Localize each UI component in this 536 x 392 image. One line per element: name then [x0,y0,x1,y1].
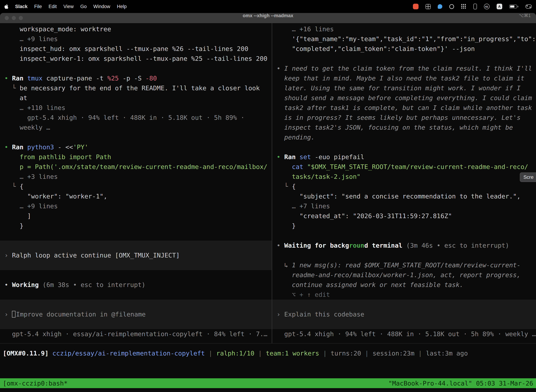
terminal-line: • Working (6m 38s • esc to interrupt) [0,280,272,290]
terminal-pane-left[interactable]: workspace_mode: worktree … +9 lines insp… [0,23,272,343]
text-segment: Ralph loop active continue [OMX_TMUX_INJ… [12,252,180,259]
terminal-line: keep that in mind. Maybe I also need the… [272,73,536,83]
terminal-line [0,231,272,241]
terminal-line: • Ran tmux capture-pane -t %25 -p -S -80 [0,73,272,83]
window-titlebar[interactable]: omx --xhigh --madmax ⌥⌘1 [0,13,536,23]
text-segment: › [277,311,284,318]
terminal-line: └ be necessary for the end of the README… [0,83,272,93]
terminal-line: "created_at": "2026-03-31T11:59:27.816Z" [272,211,536,221]
terminal-line: inspect task2's JSON, focusing on the st… [272,123,536,132]
text-segment: └ [5,183,20,190]
text-segment: … +110 lines [5,104,65,111]
terminal-window: omx --xhigh --madmax ⌥⌘1 workspace_mode:… [0,13,536,392]
terminal-line: gpt-5.4 xhigh · essay/ai-reimplementatio… [0,329,272,339]
text-segment: at [5,94,27,102]
terminal-pane-right[interactable]: … +16 lines '{"team_name":"my-team","tas… [272,23,536,343]
text-segment: } [277,222,296,229]
text-segment: 'PY' [73,144,88,151]
text-segment: gpt-5.4 xhigh · 94% left · 488K in · 5.1… [277,330,536,338]
text-segment: weekly … [5,124,50,131]
text-segment [296,153,299,160]
text-segment: • [5,75,12,82]
screen-recording-indicator[interactable] [413,4,419,9]
composer-line[interactable]: › Ralph loop active continue [OMX_TMUX_I… [0,250,272,260]
window-grid-icon[interactable] [426,4,431,9]
menu-item-list: SlackFileEditViewGoWindowHelp [15,4,127,9]
screen-edge-tooltip[interactable]: Scre [520,173,536,182]
text-segment: cat [292,163,303,170]
text-segment: └ [277,183,292,190]
composer-line[interactable]: › Explain this codebase [272,309,536,319]
terminal-line: └ { [0,182,272,191]
text-segment: └ [5,84,20,92]
text-segment: "created_at": "2026-03-31T11:59:27.816Z" [277,212,452,219]
terminal-line: gpt-5.4 xhigh · 94% left · 488K in · 5.1… [0,113,272,123]
terminal-line: • I need to get the claim token from the… [272,64,536,73]
terminal-line: continue assigned work or next feasible … [272,280,536,290]
battery-icon[interactable] [509,5,517,9]
input-source-icon[interactable]: A [497,4,502,9]
blue-droplet-icon[interactable] [438,4,442,9]
terminal-line [272,54,536,64]
text-segment: | [205,350,216,357]
badge-61-icon-label: 61 [485,5,488,8]
terminal-line: gpt-5.4 xhigh · 94% left · 488K in · 5.1… [272,329,536,339]
terminal-line: "completed","claim_token":"claim-token"}… [272,44,536,54]
badge-61-icon[interactable]: 61 [484,4,490,9]
tmux-session-window[interactable]: [omx-cczip0:bash* [3,380,67,387]
text-segment: (6m 38s • esc to interrupt) [39,281,145,288]
composer-line[interactable] [272,319,536,329]
terminal-line: "worker": "worker-1", [0,191,272,201]
text-segment: • [277,65,284,72]
terminal-line: later. Using the same for transition mig… [272,83,536,93]
input-source-icon-label: A [498,5,501,9]
menu-edit[interactable]: Edit [48,4,57,9]
terminal-line: └ { [272,182,536,191]
composer-line[interactable] [0,300,272,309]
terminal-line: … +3 lines [0,172,272,182]
text-segment: gpt-5.4 xhigh · 94% left · 488K in · 5.1… [5,114,244,121]
text-segment: inspect_hud: omx sparkshell --tmux-pane … [5,45,248,52]
terminal-line: at [0,93,272,103]
composer-line[interactable] [0,241,272,250]
text-segment: turns:20 [330,350,361,357]
text-segment: Ran [12,75,23,82]
control-center-icon[interactable] [526,5,532,9]
terminal-line [0,270,272,280]
text-segment: … +7 lines [277,202,330,210]
terminal-line [272,250,536,260]
menu-file[interactable]: File [34,4,42,9]
menu-view[interactable]: View [63,4,74,9]
menubar-menus: SlackFileEditViewGoWindowHelp [4,4,127,9]
text-segment: is in progress? It seems likely but perh… [277,114,521,121]
terminal-line: inspect_worker-1: omx sparkshell --tmux-… [0,54,272,64]
text-segment: (3m 46s • esc to interrupt) [402,242,509,249]
composer-line[interactable] [0,319,272,329]
text-segment: team:1 workers [266,350,319,357]
composer-line[interactable] [0,260,272,270]
composer-line[interactable]: › Improve documentation in @filename [0,309,272,319]
terminal-line: ⌥ + ↑ edit [272,290,536,300]
menu-go[interactable]: Go [80,4,87,9]
menubar-status-icons: 61A [413,4,532,9]
phone-icon[interactable] [474,4,477,9]
omx-status-line: [OMX#0.11.9] cczip/essay/ai-reimplementa… [0,348,536,358]
apple-icon[interactable] [4,4,9,9]
text-segment: last:3m ago [426,350,468,357]
ring-icon[interactable] [449,4,454,9]
text-segment: "worker": "worker-1", [5,193,107,200]
composer-line[interactable] [272,300,536,309]
menu-slack[interactable]: Slack [15,4,28,9]
text-segment: › [5,252,12,259]
dots-grid-icon[interactable] [461,4,466,9]
menu-window[interactable]: Window [93,4,110,9]
terminal-line: readme-and-reco/mailbox/worker-1.json, a… [272,270,536,280]
text-segment: roun [349,242,364,249]
text-segment: Improve documentation in @filename [16,311,146,318]
text-segment: [OMX#0.11.9] [3,350,48,357]
text-segment: cczip/essay/ai-reimplementation-copyleft [53,350,205,357]
screen: { "menubar": { "apple_icon": "apple-logo… [0,0,536,392]
terminal-line: … +110 lines [0,103,272,113]
menu-help[interactable]: Help [117,4,127,9]
text-cursor [12,311,15,317]
